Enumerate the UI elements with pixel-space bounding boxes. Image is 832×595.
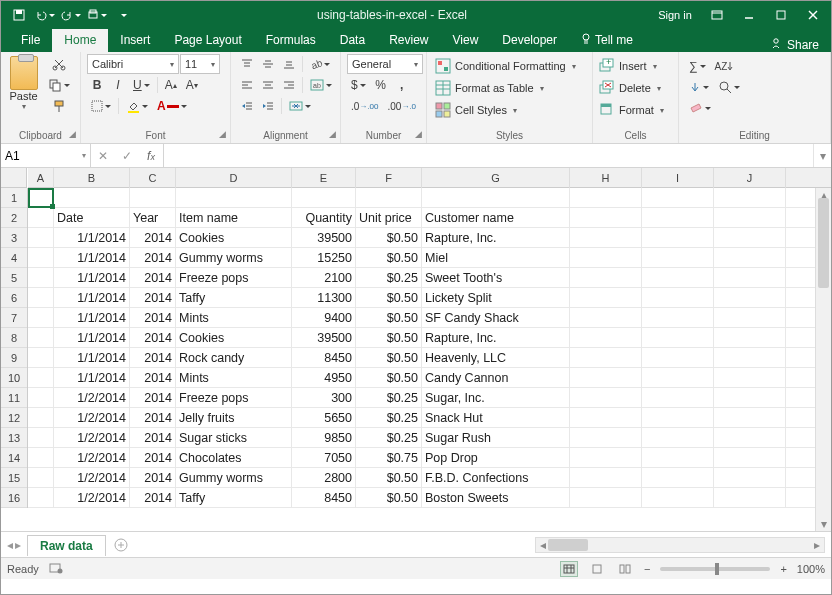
cell[interactable]: Boston Sweets (422, 488, 570, 508)
cell[interactable]: $0.50 (356, 308, 422, 328)
tab-review[interactable]: Review (377, 29, 440, 52)
cell[interactable] (28, 348, 54, 368)
cell[interactable] (714, 428, 786, 448)
cell[interactable]: 300 (292, 388, 356, 408)
cell[interactable]: 2014 (130, 348, 176, 368)
cell[interactable] (642, 188, 714, 208)
row-header-9[interactable]: 9 (1, 348, 27, 368)
cell[interactable] (356, 188, 422, 208)
cell[interactable]: 39500 (292, 328, 356, 348)
cell[interactable]: 2100 (292, 268, 356, 288)
sheet-nav-next[interactable]: ▸ (15, 538, 21, 552)
cell[interactable]: Sugar sticks (176, 428, 292, 448)
cell[interactable] (642, 268, 714, 288)
cell[interactable] (642, 328, 714, 348)
undo-button[interactable] (35, 5, 55, 25)
cell[interactable]: Sugar Rush (422, 428, 570, 448)
cell[interactable] (28, 288, 54, 308)
cell[interactable] (570, 288, 642, 308)
cell[interactable]: Cookies (176, 228, 292, 248)
font-name-select[interactable]: Calibri▾ (87, 54, 179, 74)
cell[interactable]: Customer name (422, 208, 570, 228)
cell[interactable]: 2014 (130, 248, 176, 268)
cell[interactable] (714, 228, 786, 248)
cell[interactable]: Cookies (176, 328, 292, 348)
cell[interactable] (570, 208, 642, 228)
cell[interactable]: Freeze pops (176, 268, 292, 288)
wrap-text-button[interactable]: ab (306, 75, 336, 95)
cell[interactable] (642, 408, 714, 428)
cut-button[interactable] (44, 54, 74, 74)
cell[interactable]: 1/2/2014 (54, 428, 130, 448)
new-sheet-button[interactable] (110, 534, 132, 556)
page-layout-view-button[interactable] (588, 561, 606, 577)
cell[interactable]: 39500 (292, 228, 356, 248)
row-header-11[interactable]: 11 (1, 388, 27, 408)
cell[interactable] (570, 468, 642, 488)
cell[interactable] (28, 328, 54, 348)
decrease-indent-button[interactable] (237, 96, 257, 116)
cell[interactable] (28, 368, 54, 388)
cell[interactable]: $0.50 (356, 468, 422, 488)
cell[interactable] (642, 288, 714, 308)
column-header-H[interactable]: H (570, 168, 642, 188)
cell[interactable]: 2014 (130, 228, 176, 248)
cell[interactable] (642, 248, 714, 268)
cell[interactable]: $0.50 (356, 368, 422, 388)
cell[interactable]: $0.50 (356, 248, 422, 268)
cell[interactable] (642, 208, 714, 228)
cell[interactable]: $0.25 (356, 388, 422, 408)
cell[interactable]: Jelly fruits (176, 408, 292, 428)
cell[interactable]: 9400 (292, 308, 356, 328)
increase-indent-button[interactable] (258, 96, 278, 116)
row-header-15[interactable]: 15 (1, 468, 27, 488)
cell[interactable]: 1/2/2014 (54, 388, 130, 408)
cell[interactable]: Sugar, Inc. (422, 388, 570, 408)
cell[interactable] (714, 448, 786, 468)
fill-color-button[interactable] (122, 96, 152, 116)
italic-button[interactable]: I (108, 75, 128, 95)
cell[interactable] (28, 428, 54, 448)
cell[interactable] (28, 468, 54, 488)
align-center-button[interactable] (258, 75, 278, 95)
column-header-B[interactable]: B (54, 168, 130, 188)
cell[interactable] (28, 448, 54, 468)
cell[interactable] (570, 348, 642, 368)
customize-qat[interactable] (113, 5, 133, 25)
column-header-I[interactable]: I (642, 168, 714, 188)
cell[interactable]: 1/1/2014 (54, 288, 130, 308)
ribbon-display-icon[interactable] (703, 5, 731, 25)
row-header-10[interactable]: 10 (1, 368, 27, 388)
row-header-4[interactable]: 4 (1, 248, 27, 268)
normal-view-button[interactable] (560, 561, 578, 577)
cell[interactable]: F.B.D. Confections (422, 468, 570, 488)
increase-decimal-button[interactable]: .0→.00 (347, 96, 382, 116)
cell[interactable]: 2014 (130, 328, 176, 348)
decrease-font-button[interactable]: A▾ (182, 75, 202, 95)
cell[interactable] (570, 388, 642, 408)
cell[interactable]: SF Candy Shack (422, 308, 570, 328)
clear-button[interactable] (685, 98, 715, 118)
sort-az-button[interactable]: AZ (711, 56, 738, 76)
cell[interactable]: 1/1/2014 (54, 308, 130, 328)
cell[interactable]: Date (54, 208, 130, 228)
vertical-scrollbar[interactable]: ▴ ▾ (815, 188, 831, 531)
column-header-F[interactable]: F (356, 168, 422, 188)
row-header-8[interactable]: 8 (1, 328, 27, 348)
cell[interactable]: Taffy (176, 288, 292, 308)
macro-record-icon[interactable] (49, 562, 63, 576)
cell[interactable]: $0.50 (356, 228, 422, 248)
cell[interactable] (176, 188, 292, 208)
row-header-2[interactable]: 2 (1, 208, 27, 228)
cell[interactable] (570, 188, 642, 208)
cell[interactable]: 2014 (130, 368, 176, 388)
cell[interactable]: 5650 (292, 408, 356, 428)
cell[interactable] (422, 188, 570, 208)
cell[interactable] (28, 188, 54, 208)
cell[interactable]: 1/2/2014 (54, 448, 130, 468)
cell[interactable] (28, 268, 54, 288)
row-header-14[interactable]: 14 (1, 448, 27, 468)
share-button[interactable]: Share (771, 37, 831, 52)
tab-file[interactable]: File (9, 29, 52, 52)
decrease-decimal-button[interactable]: .00→.0 (383, 96, 420, 116)
